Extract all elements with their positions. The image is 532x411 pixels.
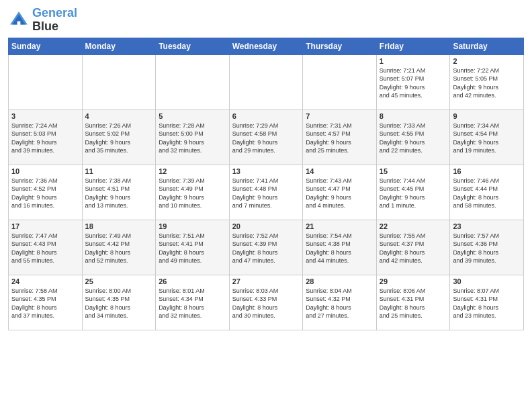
- day-number: 22: [380, 222, 447, 230]
- calendar-cell: 15Sunrise: 7:44 AM Sunset: 4:45 PM Dayli…: [376, 165, 450, 220]
- day-info: Sunrise: 7:58 AM Sunset: 4:35 PM Dayligh…: [11, 287, 79, 320]
- calendar-cell: [82, 54, 156, 109]
- day-info: Sunrise: 7:39 AM Sunset: 4:49 PM Dayligh…: [159, 177, 226, 210]
- day-number: 30: [453, 277, 521, 285]
- weekday-header-row: SundayMondayTuesdayWednesdayThursdayFrid…: [9, 38, 524, 54]
- day-number: 5: [159, 112, 226, 120]
- logo: GeneralBlue: [8, 7, 77, 34]
- calendar-cell: 12Sunrise: 7:39 AM Sunset: 4:49 PM Dayli…: [156, 165, 230, 220]
- day-info: Sunrise: 7:26 AM Sunset: 5:02 PM Dayligh…: [85, 122, 153, 155]
- calendar-cell: 10Sunrise: 7:36 AM Sunset: 4:52 PM Dayli…: [9, 165, 83, 220]
- day-number: 1: [380, 57, 447, 65]
- calendar-cell: [156, 54, 230, 109]
- calendar-cell: 5Sunrise: 7:28 AM Sunset: 5:00 PM Daylig…: [156, 109, 230, 165]
- calendar-cell: 21Sunrise: 7:54 AM Sunset: 4:38 PM Dayli…: [303, 220, 377, 275]
- calendar-cell: 29Sunrise: 8:06 AM Sunset: 4:31 PM Dayli…: [376, 275, 450, 330]
- day-info: Sunrise: 7:31 AM Sunset: 4:57 PM Dayligh…: [306, 122, 373, 155]
- calendar-cell: 3Sunrise: 7:24 AM Sunset: 5:03 PM Daylig…: [9, 109, 83, 165]
- week-row-1: 3Sunrise: 7:24 AM Sunset: 5:03 PM Daylig…: [9, 109, 524, 165]
- calendar-cell: 23Sunrise: 7:57 AM Sunset: 4:36 PM Dayli…: [450, 220, 524, 275]
- day-info: Sunrise: 7:22 AM Sunset: 5:05 PM Dayligh…: [453, 66, 521, 100]
- day-info: Sunrise: 7:38 AM Sunset: 4:51 PM Dayligh…: [85, 177, 153, 210]
- weekday-saturday: Saturday: [450, 38, 524, 54]
- weekday-thursday: Thursday: [303, 38, 377, 54]
- day-number: 13: [232, 167, 300, 175]
- day-number: 4: [85, 112, 153, 120]
- calendar-cell: 17Sunrise: 7:47 AM Sunset: 4:43 PM Dayli…: [9, 220, 83, 275]
- day-info: Sunrise: 7:41 AM Sunset: 4:48 PM Dayligh…: [232, 177, 300, 210]
- day-info: Sunrise: 7:24 AM Sunset: 5:03 PM Dayligh…: [11, 122, 79, 155]
- day-number: 2: [453, 57, 521, 65]
- calendar-cell: [9, 54, 83, 109]
- week-row-4: 24Sunrise: 7:58 AM Sunset: 4:35 PM Dayli…: [9, 275, 524, 330]
- day-number: 18: [85, 222, 153, 230]
- page-container: GeneralBlue SundayMondayTuesdayWednesday…: [0, 0, 532, 411]
- day-info: Sunrise: 7:28 AM Sunset: 5:00 PM Dayligh…: [159, 122, 226, 155]
- calendar-cell: 2Sunrise: 7:22 AM Sunset: 5:05 PM Daylig…: [450, 54, 524, 109]
- calendar-cell: 13Sunrise: 7:41 AM Sunset: 4:48 PM Dayli…: [229, 165, 303, 220]
- day-number: 12: [159, 167, 226, 175]
- day-number: 29: [380, 277, 447, 285]
- weekday-friday: Friday: [376, 38, 450, 54]
- calendar-cell: 30Sunrise: 8:07 AM Sunset: 4:31 PM Dayli…: [450, 275, 524, 330]
- day-info: Sunrise: 7:43 AM Sunset: 4:47 PM Dayligh…: [306, 177, 373, 210]
- day-info: Sunrise: 7:51 AM Sunset: 4:41 PM Dayligh…: [159, 232, 226, 265]
- calendar-cell: 27Sunrise: 8:03 AM Sunset: 4:33 PM Dayli…: [229, 275, 303, 330]
- day-number: 16: [453, 167, 521, 175]
- calendar-cell: 8Sunrise: 7:33 AM Sunset: 4:55 PM Daylig…: [376, 109, 450, 165]
- day-number: 19: [159, 222, 226, 230]
- day-info: Sunrise: 7:36 AM Sunset: 4:52 PM Dayligh…: [11, 177, 79, 210]
- logo-text: GeneralBlue: [32, 7, 77, 34]
- day-info: Sunrise: 7:34 AM Sunset: 4:54 PM Dayligh…: [453, 122, 521, 155]
- calendar-cell: 6Sunrise: 7:29 AM Sunset: 4:58 PM Daylig…: [229, 109, 303, 165]
- calendar-cell: 11Sunrise: 7:38 AM Sunset: 4:51 PM Dayli…: [82, 165, 156, 220]
- weekday-sunday: Sunday: [9, 38, 83, 54]
- day-number: 6: [232, 112, 300, 120]
- day-number: 23: [453, 222, 521, 230]
- calendar-cell: 1Sunrise: 7:21 AM Sunset: 5:07 PM Daylig…: [376, 54, 450, 109]
- calendar-cell: 25Sunrise: 8:00 AM Sunset: 4:35 PM Dayli…: [82, 275, 156, 330]
- page-header: GeneralBlue: [8, 7, 524, 34]
- day-number: 17: [11, 222, 79, 230]
- calendar-cell: [229, 54, 303, 109]
- day-info: Sunrise: 8:07 AM Sunset: 4:31 PM Dayligh…: [453, 287, 521, 320]
- day-info: Sunrise: 7:47 AM Sunset: 4:43 PM Dayligh…: [11, 232, 79, 265]
- day-number: 3: [11, 112, 79, 120]
- day-info: Sunrise: 7:52 AM Sunset: 4:39 PM Dayligh…: [232, 232, 300, 265]
- calendar-cell: 24Sunrise: 7:58 AM Sunset: 4:35 PM Dayli…: [9, 275, 83, 330]
- week-row-0: 1Sunrise: 7:21 AM Sunset: 5:07 PM Daylig…: [9, 54, 524, 109]
- week-row-3: 17Sunrise: 7:47 AM Sunset: 4:43 PM Dayli…: [9, 220, 524, 275]
- day-number: 14: [306, 167, 373, 175]
- day-number: 11: [85, 167, 153, 175]
- day-number: 24: [11, 277, 79, 285]
- day-info: Sunrise: 7:49 AM Sunset: 4:42 PM Dayligh…: [85, 232, 153, 265]
- day-number: 20: [232, 222, 300, 230]
- day-number: 8: [380, 112, 447, 120]
- svg-rect-2: [17, 21, 21, 25]
- day-info: Sunrise: 7:57 AM Sunset: 4:36 PM Dayligh…: [453, 232, 521, 265]
- calendar-cell: 20Sunrise: 7:52 AM Sunset: 4:39 PM Dayli…: [229, 220, 303, 275]
- day-info: Sunrise: 8:01 AM Sunset: 4:34 PM Dayligh…: [159, 287, 226, 320]
- calendar-cell: 16Sunrise: 7:46 AM Sunset: 4:44 PM Dayli…: [450, 165, 524, 220]
- calendar-cell: 9Sunrise: 7:34 AM Sunset: 4:54 PM Daylig…: [450, 109, 524, 165]
- day-info: Sunrise: 7:54 AM Sunset: 4:38 PM Dayligh…: [306, 232, 373, 265]
- day-number: 26: [159, 277, 226, 285]
- day-info: Sunrise: 7:29 AM Sunset: 4:58 PM Dayligh…: [232, 122, 300, 155]
- day-info: Sunrise: 8:06 AM Sunset: 4:31 PM Dayligh…: [380, 287, 447, 320]
- day-number: 27: [232, 277, 300, 285]
- day-info: Sunrise: 8:03 AM Sunset: 4:33 PM Dayligh…: [232, 287, 300, 320]
- day-info: Sunrise: 7:33 AM Sunset: 4:55 PM Dayligh…: [380, 122, 447, 155]
- calendar-table: SundayMondayTuesdayWednesdayThursdayFrid…: [8, 38, 524, 330]
- logo-icon: [8, 9, 30, 31]
- calendar-cell: 14Sunrise: 7:43 AM Sunset: 4:47 PM Dayli…: [303, 165, 377, 220]
- day-info: Sunrise: 8:04 AM Sunset: 4:32 PM Dayligh…: [306, 287, 373, 320]
- weekday-tuesday: Tuesday: [156, 38, 230, 54]
- calendar-cell: 28Sunrise: 8:04 AM Sunset: 4:32 PM Dayli…: [303, 275, 377, 330]
- calendar-cell: [303, 54, 377, 109]
- calendar-cell: 18Sunrise: 7:49 AM Sunset: 4:42 PM Dayli…: [82, 220, 156, 275]
- day-number: 25: [85, 277, 153, 285]
- day-info: Sunrise: 7:21 AM Sunset: 5:07 PM Dayligh…: [380, 66, 447, 100]
- day-info: Sunrise: 7:46 AM Sunset: 4:44 PM Dayligh…: [453, 177, 521, 210]
- day-number: 7: [306, 112, 373, 120]
- calendar-cell: 4Sunrise: 7:26 AM Sunset: 5:02 PM Daylig…: [82, 109, 156, 165]
